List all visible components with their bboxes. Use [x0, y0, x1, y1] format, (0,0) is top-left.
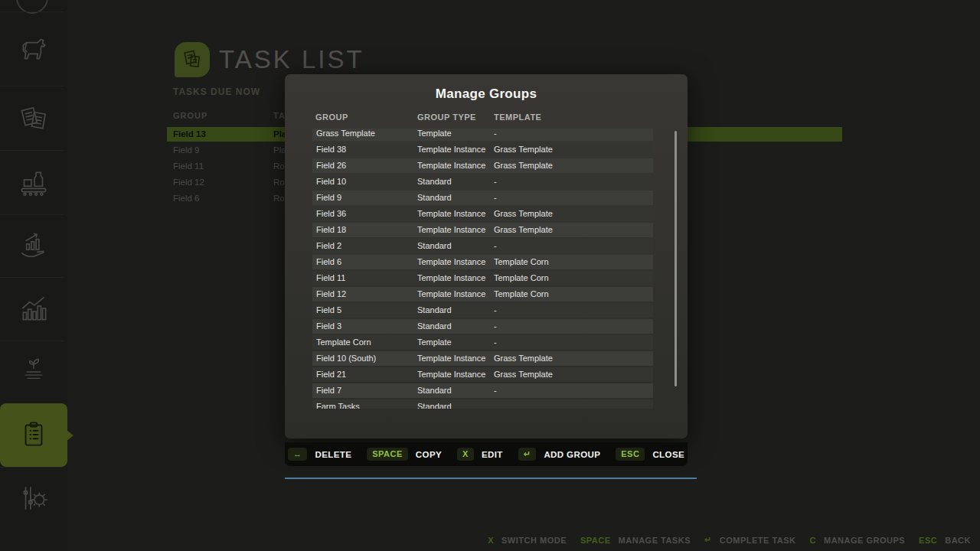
group-row[interactable]: Grass Template Template -: [312, 129, 653, 141]
action-button[interactable]: X EDIT: [457, 448, 503, 461]
action-label: CLOSE: [652, 450, 684, 459]
action-label: DELETE: [315, 450, 351, 459]
group-cell-type: Template: [417, 335, 452, 350]
group-cell-template: -: [494, 191, 497, 205]
group-row[interactable]: Field 11 Template Instance Template Corn: [312, 271, 653, 285]
group-cell-name: Field 3: [316, 319, 341, 334]
group-row[interactable]: Field 10 (South) Template Instance Grass…: [312, 351, 653, 366]
group-cell-type: Standard: [417, 191, 452, 205]
group-cell-template: Grass Template: [494, 207, 553, 221]
group-cell-type: Template Instance: [417, 223, 485, 237]
dialog-title: Manage Groups: [285, 74, 688, 102]
action-label: ADD GROUP: [544, 450, 600, 459]
column-header-group: GROUP: [315, 112, 348, 122]
group-cell-type: Template Instance: [417, 142, 485, 157]
group-cell-name: Field 2: [316, 239, 341, 253]
group-cell-name: Field 21: [316, 367, 346, 382]
group-row[interactable]: Field 26 Template Instance Grass Templat…: [312, 158, 653, 173]
group-row[interactable]: Field 36 Template Instance Grass Templat…: [312, 207, 653, 221]
group-cell-template: -: [494, 319, 497, 334]
group-cell-name: Field 7: [316, 383, 341, 398]
group-cell-name: Field 12: [316, 287, 346, 302]
group-cell-type: Standard: [417, 174, 452, 189]
group-row[interactable]: Field 38 Template Instance Grass Templat…: [312, 142, 653, 157]
group-cell-type: Template Instance: [417, 367, 485, 382]
action-label: COPY: [416, 450, 442, 459]
group-cell-template: Grass Template: [494, 223, 553, 237]
group-cell-name: Field 10 (South): [316, 351, 376, 366]
group-row[interactable]: Field 10 Standard -: [312, 174, 653, 189]
group-cell-type: Standard: [417, 319, 452, 334]
action-button[interactable]: ESC CLOSE: [616, 448, 684, 461]
group-cell-type: Standard: [417, 399, 452, 409]
group-cell-type: Standard: [417, 383, 452, 398]
group-row[interactable]: Template Corn Template -: [312, 335, 653, 350]
group-cell-template: Grass Template: [494, 351, 553, 366]
group-cell-name: Field 9: [316, 191, 341, 205]
group-row[interactable]: Field 7 Standard -: [312, 383, 653, 398]
group-cell-template: Template Corn: [494, 271, 549, 285]
group-cell-template: -: [494, 303, 497, 318]
group-cell-name: Field 36: [316, 207, 346, 221]
scrollbar[interactable]: [675, 131, 677, 386]
group-cell-template: -: [494, 383, 497, 398]
key-badge: ESC: [616, 448, 645, 461]
action-button[interactable]: ↵ ADD GROUP: [518, 448, 601, 461]
column-header-group-type: GROUP TYPE: [417, 112, 476, 122]
group-cell-template: -: [494, 174, 497, 189]
group-cell-template: -: [494, 239, 497, 253]
group-cell-type: Template Instance: [417, 207, 485, 221]
action-button[interactable]: SPACE COPY: [367, 448, 442, 461]
group-row[interactable]: Field 12 Template Instance Template Corn: [312, 287, 653, 302]
group-cell-type: Standard: [417, 239, 452, 253]
group-row[interactable]: Farm Tasks Standard: [312, 399, 653, 409]
group-cell-name: Field 11: [316, 271, 345, 285]
group-table: Grass Template Template - Field 38 Templ…: [312, 129, 653, 409]
group-cell-template: Grass Template: [494, 158, 553, 173]
group-cell-type: Template Instance: [417, 158, 485, 173]
group-cell-template: Template Corn: [494, 255, 549, 269]
group-row[interactable]: Field 5 Standard -: [312, 303, 653, 318]
group-cell-name: Field 5: [316, 303, 341, 318]
focus-underline: [285, 478, 697, 479]
group-cell-type: Standard: [417, 303, 452, 318]
group-row[interactable]: Field 9 Standard -: [312, 191, 653, 205]
group-cell-template: Grass Template: [494, 142, 553, 157]
group-cell-type: Template Instance: [417, 255, 485, 269]
key-badge: X: [457, 448, 474, 461]
action-label: EDIT: [482, 450, 503, 459]
group-cell-template: -: [494, 129, 497, 141]
action-button[interactable]: ↔ DELETE: [288, 448, 351, 461]
group-row[interactable]: Field 2 Standard -: [312, 239, 653, 253]
group-row[interactable]: Field 21 Template Instance Grass Templat…: [312, 367, 653, 382]
key-badge: ↵: [518, 448, 537, 461]
group-cell-name: Field 26: [316, 158, 346, 173]
group-cell-type: Template Instance: [417, 287, 485, 302]
group-cell-type: Template Instance: [417, 271, 485, 285]
group-cell-type: Template: [417, 129, 452, 141]
group-cell-template: -: [494, 335, 497, 350]
key-badge: SPACE: [367, 448, 408, 461]
manage-groups-dialog: Manage Groups GROUP GROUP TYPE TEMPLATE …: [285, 74, 688, 439]
group-row[interactable]: Field 6 Template Instance Template Corn: [312, 255, 653, 269]
group-row[interactable]: Field 3 Standard -: [312, 319, 653, 334]
group-cell-name: Field 10: [316, 174, 346, 189]
game-screen: TASK LIST TASKS DUE NOW GROUP TASK Field…: [0, 0, 980, 551]
group-cell-template: Grass Template: [494, 367, 553, 382]
group-row[interactable]: Field 18 Template Instance Grass Templat…: [312, 223, 653, 237]
dialog-actions-bar: ↔ DELETE SPACE COPY X EDIT ↵ ADD GROUP E…: [285, 442, 688, 466]
group-cell-type: Template Instance: [417, 351, 485, 366]
group-cell-name: Grass Template: [316, 129, 375, 141]
group-cell-name: Field 38: [316, 142, 346, 157]
key-badge: ↔: [288, 448, 308, 461]
column-header-template: TEMPLATE: [494, 112, 541, 122]
group-cell-name: Farm Tasks: [316, 399, 360, 409]
group-cell-name: Template Corn: [316, 335, 371, 350]
group-cell-name: Field 6: [316, 255, 341, 269]
group-cell-template: Template Corn: [494, 287, 549, 302]
group-cell-name: Field 18: [316, 223, 346, 237]
